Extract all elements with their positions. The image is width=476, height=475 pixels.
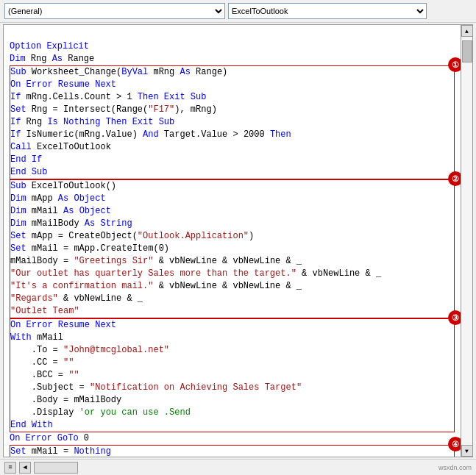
scroll-up-arrow[interactable]: ▲ [461, 25, 473, 37]
code-line: .Body = mMailBody [10, 394, 454, 407]
editor-wrapper: Option Explicit Dim Rng As Range ① Sub W… [3, 24, 473, 457]
section2-number: ② [448, 171, 461, 186]
code-line: On Error Resume Next [10, 319, 454, 332]
code-line: End With [10, 419, 454, 432]
code-line: Set mMail = Nothing [10, 446, 454, 457]
section2-block: ② Sub ExcelToOutlook() Dim mApp As Objec… [10, 179, 455, 318]
status-icon-arrow[interactable]: ◀ [19, 462, 31, 474]
section4-block: ④ Set mMail = Nothing Set mApp = Nothing [10, 445, 455, 457]
code-line: .Subject = "Notification on Achieving Sa… [10, 382, 454, 394]
section1-block: ① Sub Worksheet_Change(ByVal mRng As Ran… [10, 65, 455, 179]
code-line: "It's a confirmation mail." & vbNewLine … [10, 280, 454, 293]
code-line: Option Explicit [10, 40, 455, 53]
section1-number: ① [448, 57, 461, 72]
code-line: On Error GoTo 0 [10, 432, 455, 445]
code-line: If IsNumeric(mRng.Value) And Target.Valu… [10, 129, 454, 141]
section2-wrapper: ② Sub ExcelToOutlook() Dim mApp As Objec… [10, 179, 455, 318]
code-line: If Rng Is Nothing Then Exit Sub [10, 116, 454, 129]
code-line: "Outlet Team" [10, 305, 454, 318]
section4-wrapper: ④ Set mMail = Nothing Set mApp = Nothing [10, 445, 455, 457]
code-line: mMailBody = "Greetings Sir" & vbNewLine … [10, 255, 454, 268]
code-line: End If [10, 154, 454, 166]
code-line: Dim mApp As Object [10, 193, 454, 205]
code-line: With mMail [10, 332, 454, 344]
code-line: .Display 'or you can use .Send [10, 407, 454, 419]
code-line: Set mApp = CreateObject("Outlook.Applica… [10, 230, 454, 243]
code-line: If mRng.Cells.Count > 1 Then Exit Sub [10, 91, 454, 104]
code-area[interactable]: Option Explicit Dim Rng As Range ① Sub W… [4, 25, 461, 457]
scrollbar-right[interactable]: ▲ ▼ [461, 25, 472, 457]
function-dropdown[interactable]: ExcelToOutlook [228, 3, 427, 19]
code-line: Dim mMail As Object [10, 205, 454, 218]
code-line: "Our outlet has quarterly Sales more tha… [10, 268, 454, 280]
status-bar-scroll[interactable] [34, 462, 78, 474]
section4-number: ④ [448, 437, 461, 451]
code-line: End Sub [10, 166, 454, 179]
code-line: Call ExcelToOutlook [10, 141, 454, 154]
code-line: Sub Worksheet_Change(ByVal mRng As Range… [10, 66, 454, 79]
code-line: Set mMail = mApp.CreateItem(0) [10, 243, 454, 255]
code-line: On Error Resume Next [10, 79, 454, 91]
status-bar: ≡ ◀ wsxdn.com [0, 459, 476, 475]
code-line: Dim mMailBody As String [10, 218, 454, 230]
general-dropdown[interactable]: (General) [4, 3, 225, 19]
code-line [10, 28, 455, 40]
code-line: "Regards" & vbNewLine & _ [10, 293, 454, 305]
code-line: .To = "John@tmcglobal.net" [10, 344, 454, 357]
code-line: Sub ExcelToOutlook() [10, 180, 454, 193]
section3-number: ③ [448, 310, 461, 325]
scroll-track[interactable] [461, 37, 472, 445]
code-line: Dim Rng As Range [10, 53, 455, 65]
section3-block: ③ On Error Resume Next With mMail .To = … [10, 318, 455, 432]
code-line: .BCC = "" [10, 369, 454, 382]
main-container: (General) ExcelToOutlook Option Explicit… [0, 0, 476, 475]
code-line: .CC = "" [10, 357, 454, 369]
status-icon-left[interactable]: ≡ [4, 462, 16, 474]
scroll-down-arrow[interactable]: ▼ [461, 445, 473, 457]
toolbar: (General) ExcelToOutlook [0, 0, 476, 23]
code-line: Set Rng = Intersect(Range("F17"), mRng) [10, 104, 454, 116]
watermark: wsxdn.com [438, 464, 472, 471]
scroll-thumb[interactable] [462, 40, 472, 63]
section3-wrapper: ③ On Error Resume Next With mMail .To = … [10, 318, 455, 432]
section1-wrapper: ① Sub Worksheet_Change(ByVal mRng As Ran… [10, 65, 455, 179]
